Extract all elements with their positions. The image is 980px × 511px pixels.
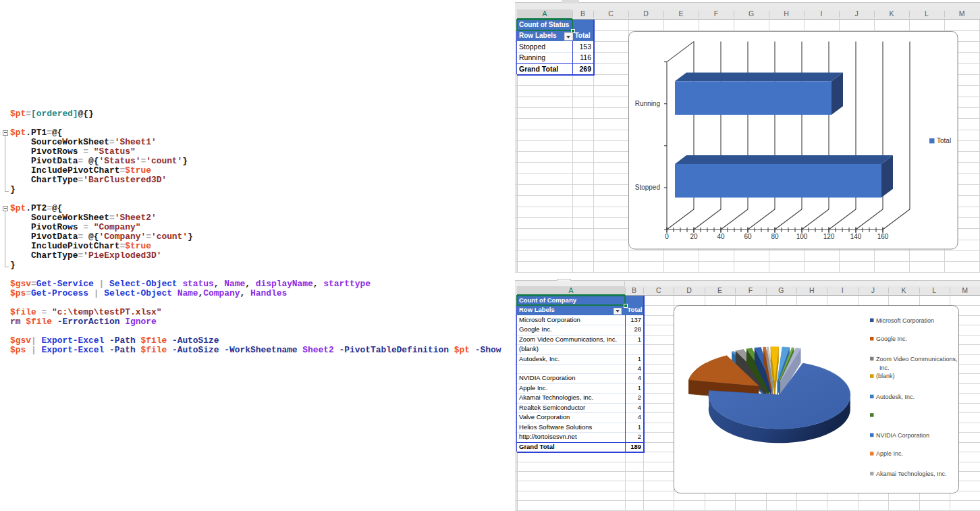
svg-text:80: 80 <box>771 233 779 240</box>
svg-text:60: 60 <box>744 233 752 240</box>
svg-text:140: 140 <box>850 233 862 240</box>
svg-text:Akamai Technologies, Inc.: Akamai Technologies, Inc. <box>876 470 946 477</box>
svg-text:Inc.: Inc. <box>879 365 890 371</box>
svg-text:Zoom Video Communications,: Zoom Video Communications, <box>876 356 957 362</box>
svg-text:160: 160 <box>877 233 889 240</box>
svg-text:Running: Running <box>635 100 660 107</box>
svg-text:0: 0 <box>665 233 669 240</box>
svg-text:Apple Inc.: Apple Inc. <box>876 450 903 457</box>
svg-text:Google Inc.: Google Inc. <box>876 335 907 342</box>
svg-text:100: 100 <box>796 233 808 240</box>
svg-text:20: 20 <box>690 233 698 240</box>
svg-text:40: 40 <box>717 233 725 240</box>
svg-text:(blank): (blank) <box>876 373 895 379</box>
svg-text:Microsoft Corporation: Microsoft Corporation <box>876 317 934 324</box>
svg-text:120: 120 <box>823 233 835 240</box>
svg-text:Total: Total <box>937 137 951 144</box>
svg-text:Stopped: Stopped <box>635 184 660 191</box>
svg-text:Autodesk, Inc.: Autodesk, Inc. <box>876 394 915 400</box>
svg-text:NVIDIA Corporation: NVIDIA Corporation <box>876 432 929 439</box>
